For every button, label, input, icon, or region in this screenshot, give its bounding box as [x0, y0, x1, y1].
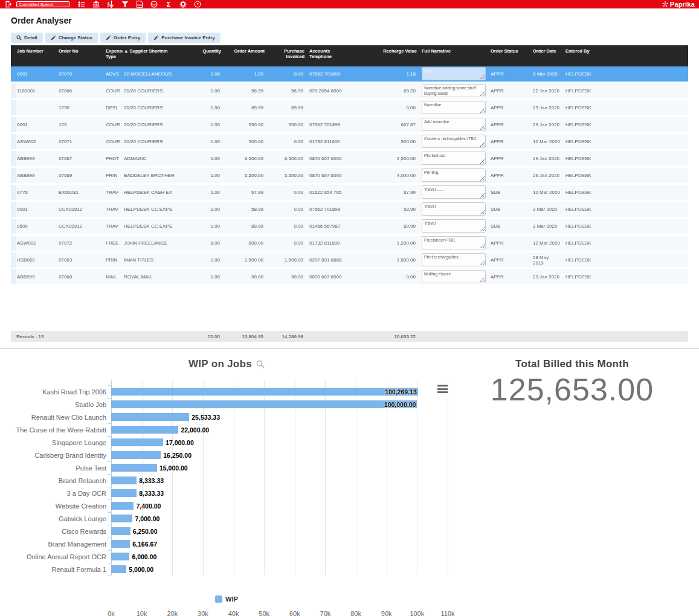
wip-bar[interactable] — [111, 515, 132, 522]
col-header-accounts-telephone[interactable]: Accounts Telephone — [306, 45, 362, 66]
narrative-textarea[interactable] — [422, 67, 486, 80]
col-header-recharge-value[interactable]: Recharge Value — [362, 45, 418, 66]
wip-bar[interactable] — [111, 489, 137, 497]
paprika-flower-icon — [662, 1, 668, 7]
settings-gear-icon[interactable] — [179, 1, 187, 8]
narrative-textarea[interactable] — [422, 152, 486, 165]
chart-search-icon[interactable] — [256, 360, 265, 368]
table-row[interactable]: ABB99907067PHOTADMAGIC1.006,500.006,500.… — [11, 151, 688, 166]
col-header-purchase-invoiced[interactable]: Purchase Invoiced — [266, 45, 306, 66]
bar-row: Gatwick Lounge7,000.00 — [0, 512, 453, 525]
narrative-textarea[interactable] — [422, 236, 486, 249]
cell-supplier: 02 MISCELLANEOUS — [123, 71, 186, 77]
col-header-order-status[interactable]: Order Status — [487, 45, 529, 66]
narrative-textarea[interactable] — [422, 253, 486, 266]
cell-recharge-value: 0.00 — [362, 274, 418, 280]
table-row[interactable]: ASW00207072FREEJOHN FREELANCE8.00800.000… — [11, 236, 688, 251]
cell-supplier: JOHN FREELANCE — [123, 240, 186, 246]
table-row[interactable]: 0500CCX02912TRAVHELPDESK CC EXPS1.0089.9… — [11, 219, 688, 234]
wip-bar[interactable] — [111, 464, 157, 472]
wip-bar[interactable] — [111, 502, 134, 510]
bar-row: Kashi Road Trip 2006100,269.13 — [0, 385, 453, 398]
bar-row: Cisco Rewards6,250.00 — [0, 525, 453, 537]
table-row[interactable]: 0776EX00281TRAVHELPDESK CASH EX1.0067.99… — [11, 185, 688, 200]
wip-bar[interactable] — [111, 527, 130, 535]
table-row[interactable]: 0001125COUR20/20 COURIERS1.00550.00550.0… — [11, 117, 688, 132]
logout-icon[interactable] — [4, 1, 12, 8]
sigma-icon[interactable]: Σ — [165, 1, 172, 8]
row-strip — [11, 236, 16, 251]
table-row[interactable]: ABB99907068MAILROYAL MAIL1.0090.0090.000… — [11, 269, 688, 284]
table-row[interactable]: 1235DESI20/20 COURIERS1.0089.9989.990.00… — [11, 100, 688, 115]
narrative-textarea[interactable] — [422, 168, 486, 182]
wip-bar[interactable] — [111, 438, 163, 446]
wip-bar[interactable] — [111, 565, 126, 573]
col-header-full-narrative[interactable]: Full Narrative — [418, 45, 487, 66]
category-label: Brand Relaunch — [0, 477, 111, 484]
cell-purchase-invoiced: 0.00 — [266, 223, 306, 229]
narrative-textarea[interactable] — [422, 219, 486, 233]
table-row[interactable]: ABB99907069PRINBADDELEY BROTHER1.005,500… — [11, 168, 688, 183]
wip-bar[interactable] — [111, 476, 137, 484]
narrative-textarea[interactable] — [422, 202, 486, 216]
col-header-supplier-shortnm[interactable]: ▲ Supplier Shortnm — [123, 45, 186, 66]
narrative-textarea[interactable] — [422, 270, 486, 283]
wip-bar[interactable] — [111, 413, 189, 421]
cell-accounts-telephone: 0207 891 8888 — [306, 257, 362, 263]
wip-bar[interactable] — [111, 540, 130, 548]
cell-full-narrative — [418, 219, 487, 234]
narrative-textarea[interactable] — [422, 135, 486, 148]
wip-bar[interactable] — [111, 451, 161, 459]
col-header-order-no[interactable]: Order No — [57, 45, 105, 66]
bar-row: Studio Job100,000.00 — [0, 398, 453, 411]
cell-job-number: 0001 — [16, 207, 57, 212]
cell-order-status: APPR — [487, 88, 529, 94]
col-header-order-amount[interactable]: Order Amount — [222, 45, 266, 66]
col-header-order-date[interactable]: Order Date — [529, 45, 562, 66]
table-row[interactable]: ASW00207071COUR20/20 COURIERS1.00500.000… — [11, 134, 688, 149]
wip-bar[interactable] — [111, 400, 417, 408]
go-icon[interactable]: GO — [150, 1, 158, 8]
committed-spend-input[interactable] — [16, 1, 69, 7]
cell-recharge-value: 2,500.00 — [362, 156, 418, 161]
cell-supplier: HELPDESK CC EXPS — [123, 223, 186, 229]
bar-track: 6,166.67 — [111, 537, 448, 550]
bank-icon[interactable] — [92, 1, 100, 8]
cell-job-number: 0500 — [16, 223, 57, 229]
narrative-textarea[interactable] — [422, 101, 486, 114]
row-strip — [11, 202, 16, 217]
table-row[interactable]: 000107070ADVS02 MISCELLANEOUS1.001.000.0… — [11, 66, 688, 82]
purchase-invoice-entry-button[interactable]: Purchase Invoice Entry — [148, 33, 220, 43]
row-strip — [11, 151, 16, 166]
table-row[interactable]: HSB00207053PRINMAIN TITLES1.001,500.001,… — [11, 252, 688, 268]
x-tick-label: 80k — [350, 610, 361, 616]
narrative-textarea[interactable] — [422, 84, 486, 97]
detail-button[interactable]: Detail — [11, 33, 43, 43]
bar-track: 7,000.00 — [111, 512, 448, 525]
col-header-quantity[interactable]: Quantity — [186, 45, 222, 66]
cell-order-no: 07070 — [57, 71, 105, 77]
wip-bar[interactable] — [111, 553, 129, 560]
wip-bar[interactable] — [111, 426, 178, 434]
bar-track: 16,250.00 — [111, 449, 448, 461]
cell-entered-by: HELPDESK — [562, 173, 688, 178]
change-status-button[interactable]: Change Status — [45, 33, 98, 43]
az-sort-icon[interactable]: AZ — [107, 1, 114, 8]
table-row[interactable]: 118000107066COUR20/20 COURIERS1.0056.995… — [11, 83, 688, 98]
wip-bar-rows: Kashi Road Trip 2006100,269.13Studio Job… — [0, 385, 453, 576]
wip-legend[interactable]: WIP — [0, 595, 453, 603]
wip-bar[interactable] — [111, 388, 418, 396]
col-header-expense-type[interactable]: Expense Type — [105, 45, 123, 66]
order-entry-button[interactable]: Order Entry — [100, 33, 146, 43]
help-icon[interactable]: ? — [194, 1, 201, 8]
col-header-job-number[interactable]: Job Number — [16, 45, 57, 66]
narrative-textarea[interactable] — [422, 185, 486, 199]
list-icon[interactable] — [78, 1, 85, 8]
table-row[interactable]: 0001CCX02912TRAVHELPDESK CC EXPS1.0058.9… — [11, 202, 688, 217]
filter-icon[interactable] — [121, 1, 129, 8]
bar-row: Pulse Test15,000.00 — [0, 461, 453, 474]
cell-order-date: 3 Mar 2020 — [529, 207, 562, 212]
col-header-entered-by[interactable]: Entered By — [562, 45, 688, 66]
narrative-textarea[interactable] — [422, 118, 486, 131]
xls-export-icon[interactable]: XLS — [136, 1, 143, 8]
